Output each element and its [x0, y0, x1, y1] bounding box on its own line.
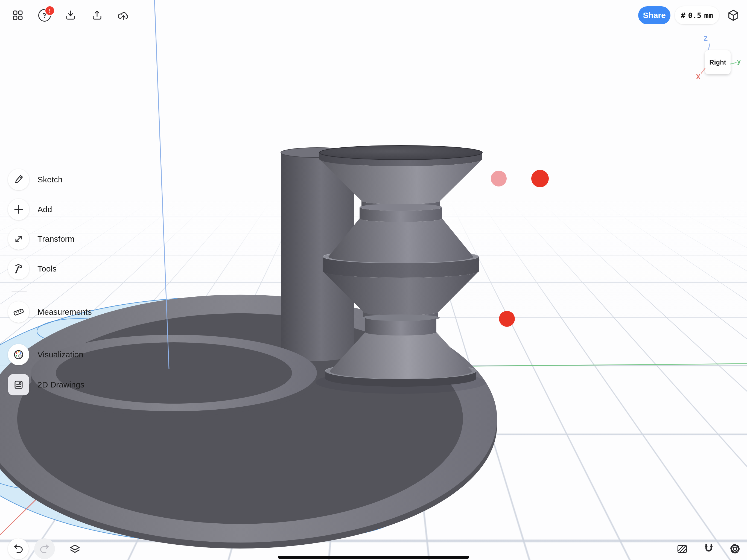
sidebar-item-transform[interactable]: Transform: [8, 228, 75, 250]
share-button[interactable]: Share: [638, 6, 670, 24]
apps-grid-icon: [12, 9, 24, 21]
apps-grid-button[interactable]: [9, 6, 27, 24]
sidebar-item-visualization[interactable]: Visualization: [8, 344, 83, 365]
sidebar-label: 2D Drawings: [37, 380, 84, 389]
sidebar-item-measurements[interactable]: Measurements: [8, 301, 92, 323]
sidebar-label: Measurements: [37, 307, 92, 316]
hammer-icon: [8, 258, 29, 279]
layers-icon: [69, 542, 81, 555]
undo-arrow-icon: [12, 543, 24, 555]
marker-dot-red-1[interactable]: [531, 170, 549, 187]
sidebar-label: Sketch: [37, 175, 62, 184]
magnet-icon: [702, 542, 715, 555]
marker-dot-red-2[interactable]: [499, 311, 515, 327]
sketch-pen-icon: [8, 169, 29, 190]
sidebar-label: Transform: [37, 234, 75, 244]
viewport-canvas[interactable]: [0, 0, 747, 560]
gizmo-z-label: Z: [704, 35, 707, 42]
export-button[interactable]: [88, 6, 106, 24]
grid-step-button[interactable]: # 0.5 mm: [675, 6, 719, 24]
share-label: Share: [643, 11, 666, 20]
gear-icon: [729, 542, 741, 555]
orientation-gizmo[interactable]: Z Right y X: [694, 35, 747, 90]
import-button[interactable]: [62, 6, 79, 24]
isolate-button[interactable]: [66, 540, 84, 558]
sidebar-item-sketch[interactable]: Sketch: [8, 169, 62, 190]
grid-step-prefix: #: [681, 11, 685, 20]
gizmo-face-card[interactable]: Right: [705, 50, 730, 74]
gizmo-x-label: X: [696, 73, 700, 81]
sidebar-label: Visualization: [37, 350, 83, 359]
redo-arrow-icon: [39, 543, 50, 555]
help-button[interactable]: ? !: [36, 6, 53, 24]
settings-button[interactable]: [726, 540, 744, 558]
palette-icon: [8, 344, 29, 365]
gizmo-z-axis-line: [708, 43, 711, 50]
undo-button[interactable]: [8, 538, 29, 559]
sidebar-item-tools[interactable]: Tools: [8, 258, 57, 279]
cloud-upload-icon: [117, 9, 130, 22]
gizmo-y-label: y: [737, 58, 741, 65]
gizmo-y-axis-line: [730, 62, 737, 65]
alert-badge: !: [45, 5, 55, 16]
transform-arrows-icon: [8, 228, 29, 250]
sidebar-divider: [11, 291, 27, 291]
plus-icon: [8, 199, 29, 220]
home-indicator[interactable]: [278, 556, 469, 559]
measure-icon: [8, 301, 29, 323]
snap-button[interactable]: [700, 540, 718, 558]
sidebar-label: Tools: [37, 264, 57, 274]
section-hatch-icon: [676, 542, 689, 555]
export-icon: [91, 9, 103, 21]
sidebar-label: Add: [37, 205, 52, 214]
grid-step-unit: mm: [704, 11, 713, 20]
marker-dot-pink[interactable]: [491, 171, 507, 186]
drawing-sheet-icon: [8, 374, 29, 396]
isometric-cube-icon: [727, 9, 740, 22]
section-view-button[interactable]: [673, 540, 691, 558]
sidebar-item-add[interactable]: Add: [8, 199, 52, 220]
grid-step-value: 0.5: [688, 11, 701, 20]
redo-button[interactable]: [34, 538, 55, 559]
view-mode-button[interactable]: [725, 6, 742, 24]
cloud-upload-button[interactable]: [114, 6, 132, 24]
sidebar-item-2d-drawings[interactable]: 2D Drawings: [8, 374, 84, 396]
gizmo-face-label: Right: [709, 58, 726, 66]
import-icon: [65, 9, 77, 21]
